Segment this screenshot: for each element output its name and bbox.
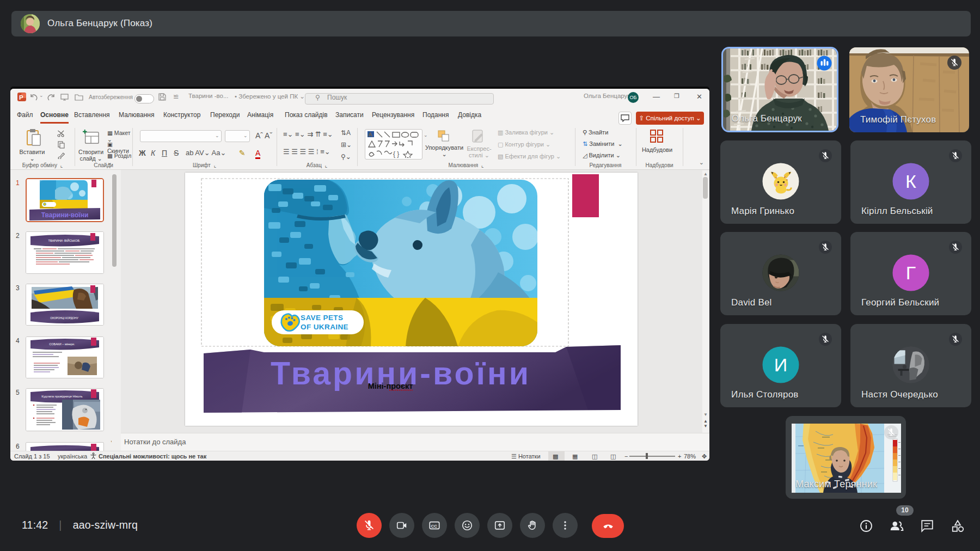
svg-text:OF UKRAINE: OF UKRAINE <box>301 323 348 331</box>
svg-text:{ }: { } <box>393 150 399 158</box>
svg-text:Тварини-воїни: Тварини-воїни <box>41 211 89 219</box>
svg-text:ТВАРИНИ- ВІЙСЬКОВ.: ТВАРИНИ- ВІЙСЬКОВ. <box>48 238 81 242</box>
svg-text:Міні-проєкт: Міні-проєкт <box>368 382 413 390</box>
svg-text:A: A <box>369 132 372 137</box>
svg-text:ОХОРОНЦІ КОРДОНУ: ОХОРОНЦІ КОРДОНУ <box>50 316 79 320</box>
svg-text:СОБАКИ – мінери.: СОБАКИ – мінери. <box>49 342 75 346</box>
svg-text:Кудлата провідниця Ніколь: Кудлата провідниця Ніколь <box>41 395 82 398</box>
svg-text:SAVE PETS: SAVE PETS <box>301 314 343 322</box>
svg-text:P: P <box>19 94 23 101</box>
svg-text:CC: CC <box>431 524 438 529</box>
